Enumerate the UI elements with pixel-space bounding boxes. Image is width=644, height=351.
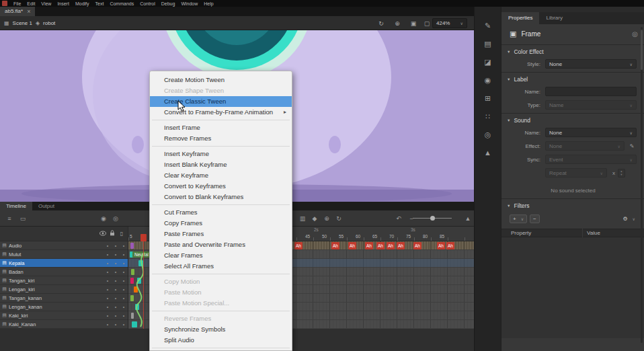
add-filter-button[interactable]: + ∨ (510, 214, 527, 223)
layer-dot[interactable]: • (112, 243, 120, 248)
menu-item-insert-keyframe[interactable]: Insert Keyframe (150, 149, 292, 159)
onion-outline-icon[interactable]: ◎ (110, 214, 121, 223)
area-chart-icon[interactable]: ▲ (462, 214, 473, 223)
layer-dot[interactable]: • (104, 261, 112, 266)
section-sound[interactable]: ▼ Sound (501, 115, 644, 126)
layer-row-tangan-kiri[interactable]: ▤Tangan_kiri••• (0, 276, 128, 285)
menu-item-synchronize-symbols[interactable]: Synchronize Symbols (150, 324, 292, 335)
pencil-icon[interactable]: ✎ (627, 143, 637, 149)
layer-row-kepala[interactable]: ▤Kepala••• (0, 259, 128, 268)
tab-properties[interactable]: Properties (501, 12, 539, 24)
layer-dot[interactable]: • (112, 305, 120, 309)
menu-view[interactable]: View (41, 1, 51, 6)
undo-icon[interactable]: ↶ (393, 214, 404, 223)
properties-panel-icon[interactable]: ▤ (480, 36, 496, 54)
info-icon[interactable]: ◉ (480, 72, 496, 90)
breadcrumb-symbol[interactable]: robot (43, 20, 55, 26)
layer-dot[interactable]: • (120, 252, 128, 257)
zoom-slider[interactable] (413, 217, 452, 220)
fit-icon[interactable]: ▢ (422, 19, 432, 28)
dots-grid-icon[interactable]: ∷ (480, 108, 496, 126)
layer-dot[interactable]: • (104, 278, 112, 283)
menu-control[interactable]: Control (140, 1, 155, 6)
layer-dot[interactable]: • (104, 313, 112, 318)
filter-options-button[interactable]: ⚙ ∨ (620, 214, 638, 223)
loop-icon[interactable]: ↻ (333, 214, 344, 223)
layer-dot[interactable]: • (112, 296, 120, 301)
menu-item-paste-frames[interactable]: Paste Frames (150, 229, 292, 239)
crosshair-icon[interactable]: ⊕ (393, 19, 402, 28)
menu-item-copy-frames[interactable]: Copy Frames (150, 218, 292, 229)
menu-debug[interactable]: Debug (161, 1, 175, 6)
section-color-effect[interactable]: ▼ Color Effect (501, 46, 644, 57)
grid-icon[interactable]: ⊞ (480, 90, 496, 108)
delete-icon[interactable]: ▭ (17, 214, 28, 223)
eye-icon[interactable] (99, 231, 107, 237)
menu-item-clear-frames[interactable]: Clear Frames (150, 250, 292, 261)
layers-icon[interactable]: ≡ (4, 214, 15, 223)
layer-dot[interactable]: • (112, 252, 120, 257)
menu-item-select-all-frames[interactable]: Select All Frames (150, 261, 292, 272)
clip-icon[interactable]: ▣ (409, 19, 418, 28)
layer-dot[interactable]: • (104, 305, 112, 309)
zoom-select[interactable]: 424% ∨ (432, 18, 467, 28)
layer-row-tangan-kanan[interactable]: ▤Tangan_kanan••• (0, 294, 128, 303)
layer-dot[interactable]: • (120, 278, 128, 283)
menu-item-clear-keyframe[interactable]: Clear Keyframe (150, 170, 292, 181)
menu-help[interactable]: Help (204, 1, 213, 6)
menu-item-convert-to-keyframes[interactable]: Convert to Keyframes (150, 181, 292, 192)
ring-icon[interactable]: ◎ (480, 126, 496, 145)
layer-dot[interactable]: • (104, 296, 112, 301)
menu-item-convert-to-blank-keyframes[interactable]: Convert to Blank Keyframes (150, 192, 292, 202)
layer-row-lengan-kiri[interactable]: ▤Lengan_kiri••• (0, 285, 128, 294)
menu-item-convert-to-frame-by-frame-animation[interactable]: Convert to Frame-by-Frame Animation▸ (150, 107, 292, 118)
menu-file[interactable]: File (13, 1, 21, 6)
layer-dot[interactable]: • (120, 296, 128, 301)
layer-row-lengan-kanan[interactable]: ▤Lengan_kanan••• (0, 303, 128, 311)
layer-dot[interactable]: • (120, 322, 128, 327)
layer-dot[interactable]: • (120, 243, 128, 248)
layer-row-badan[interactable]: ▤Badan••• (0, 268, 128, 276)
layer-dot[interactable]: • (104, 322, 112, 327)
layer-row-mulut[interactable]: ▤Mulut••• (0, 250, 128, 259)
tab-timeline[interactable]: Timeline (0, 202, 32, 210)
label-name-input[interactable] (545, 87, 637, 96)
menu-item-paste-and-overwrite-frames[interactable]: Paste and Overwrite Frames (150, 239, 292, 250)
menu-text[interactable]: Text (95, 1, 104, 6)
pen-icon[interactable]: ✎ (480, 17, 496, 36)
layer-dot[interactable]: • (112, 261, 120, 266)
section-label[interactable]: ▼ Label (501, 74, 644, 85)
menu-edit[interactable]: Edit (27, 1, 35, 6)
layer-row-audio[interactable]: ▤Audio••• (0, 241, 128, 250)
lock-icon[interactable] (108, 230, 116, 237)
layer-dot[interactable]: • (112, 322, 120, 327)
sound-name-select[interactable]: None ∨ (545, 128, 637, 137)
layer-dot[interactable]: • (104, 287, 112, 292)
document-tab[interactable]: ab5.fla* × (0, 7, 35, 16)
menu-modify[interactable]: Modify (75, 1, 89, 6)
layer-dot[interactable]: • (120, 305, 128, 309)
outline-column-icon[interactable]: ▯ (118, 231, 126, 237)
center-frame-icon[interactable]: ⊕ (321, 214, 332, 223)
tab-library[interactable]: Library (539, 12, 569, 24)
menu-window[interactable]: Window (181, 1, 198, 6)
menu-insert[interactable]: Insert (57, 1, 69, 6)
tab-output[interactable]: Output (32, 202, 61, 210)
rotate-icon[interactable]: ↻ (376, 19, 386, 28)
area-chart-icon[interactable]: ▲ (480, 145, 496, 163)
layer-dot[interactable]: • (120, 261, 128, 266)
layer-dot[interactable]: • (120, 313, 128, 318)
layer-dot[interactable]: • (104, 243, 112, 248)
zoom-slider-thumb[interactable] (430, 216, 435, 221)
menu-item-insert-blank-keyframe[interactable]: Insert Blank Keyframe (150, 159, 292, 170)
layer-dot[interactable]: • (104, 270, 112, 274)
properties-scrollbar[interactable] (641, 27, 643, 343)
layer-row-kaki-kanan[interactable]: ▤Kaki_Kanan••• (0, 320, 128, 329)
layer-dot[interactable]: • (104, 252, 112, 257)
columns-chart-icon[interactable]: ◪ (480, 54, 496, 72)
insert-keyframe-icon[interactable]: ◆ (309, 214, 320, 223)
style-select[interactable]: None ∨ (545, 59, 637, 69)
menu-item-split-audio[interactable]: Split Audio (150, 335, 292, 346)
layer-row-kaki-kiri[interactable]: ▤Kaki_kiri••• (0, 311, 128, 320)
remove-filter-button[interactable]: − (530, 214, 540, 223)
